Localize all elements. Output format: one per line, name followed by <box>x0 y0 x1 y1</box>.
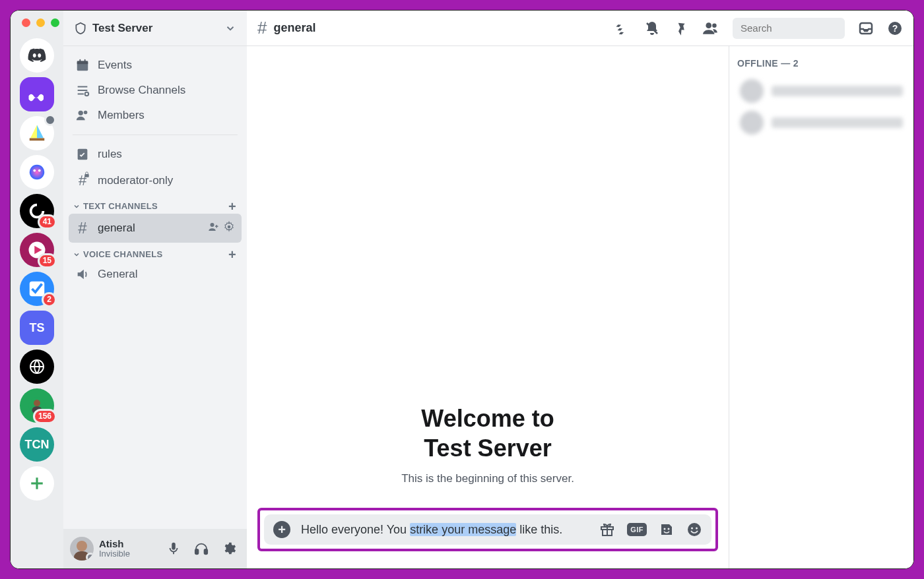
gift-button[interactable] <box>599 522 615 537</box>
server-header[interactable]: Test Server <box>63 11 247 46</box>
notifications-button[interactable] <box>644 20 660 36</box>
mute-mic-button[interactable] <box>162 537 185 560</box>
members-offline-header: OFFLINE — 2 <box>737 58 906 69</box>
pinned-messages-button[interactable] <box>673 20 689 36</box>
svg-point-27 <box>77 541 87 551</box>
notification-badge: 15 <box>38 253 57 268</box>
guild-g4[interactable]: 41 <box>20 194 54 228</box>
svg-rect-24 <box>84 174 88 177</box>
search-box[interactable] <box>733 18 845 39</box>
add-text-channel-button[interactable]: + <box>228 202 236 210</box>
welcome-title: Welcome to Test Server <box>421 404 554 463</box>
guild-g8[interactable] <box>20 350 54 384</box>
member-list: OFFLINE — 2 <box>729 46 913 568</box>
help-button[interactable]: ? <box>887 20 903 36</box>
channel-label: Members <box>98 109 145 122</box>
user-panel: Atish Invisible <box>63 529 247 568</box>
emoji-button[interactable] <box>686 522 702 537</box>
member-row[interactable] <box>737 75 906 107</box>
invite-icon[interactable] <box>207 221 219 236</box>
user-settings-button[interactable] <box>218 537 240 560</box>
guild-g6[interactable]: 2 <box>20 272 54 306</box>
channel-settings-icon[interactable] <box>223 221 235 236</box>
svg-rect-29 <box>195 549 199 554</box>
member-avatar <box>740 111 764 135</box>
search-input[interactable] <box>739 22 867 34</box>
guild-rail: 41152TS156TCN <box>11 11 63 568</box>
svg-point-2 <box>30 165 45 180</box>
guild-g5[interactable]: 15 <box>20 233 54 267</box>
text-channel-general[interactable]: #general <box>69 214 242 243</box>
close-window-button[interactable] <box>22 18 30 27</box>
guild-g2[interactable] <box>20 116 54 150</box>
text-channels-header[interactable]: TEXT CHANNELS + <box>69 195 242 214</box>
svg-point-25 <box>211 223 214 227</box>
channel-label: rules <box>98 148 122 161</box>
guild-home[interactable] <box>20 38 54 73</box>
member-row[interactable] <box>737 107 906 138</box>
notification-badge: 2 <box>42 292 57 307</box>
guild-g1[interactable] <box>20 77 54 111</box>
user-name: Atish <box>99 539 157 549</box>
sticker-button[interactable] <box>659 522 675 537</box>
channel-label: moderator-only <box>98 174 173 187</box>
svg-point-43 <box>688 523 701 536</box>
member-avatar <box>740 79 764 103</box>
member-list-button[interactable] <box>702 20 719 37</box>
gif-button[interactable]: GIF <box>627 522 647 537</box>
composer-highlight: + Hello everyone! You strike your messag… <box>247 508 729 568</box>
member-name <box>772 86 903 96</box>
sidebar-item-members[interactable]: Members <box>69 103 242 128</box>
content-row: Welcome to Test Server This is the begin… <box>247 46 913 568</box>
muted-indicator-icon <box>44 114 56 126</box>
composer-text[interactable]: Hello everyone! You strike your message … <box>301 523 589 537</box>
minimize-window-button[interactable] <box>36 18 45 27</box>
threads-button[interactable] <box>615 20 631 36</box>
sidebar-item-events[interactable]: Events <box>69 53 242 78</box>
svg-point-20 <box>85 92 89 96</box>
svg-point-42 <box>668 528 670 530</box>
chat-pane: Welcome to Test Server This is the begin… <box>247 46 729 568</box>
voice-channel-general[interactable]: General <box>69 262 242 287</box>
selected-text: strike your message <box>410 523 516 536</box>
calendar-icon <box>75 58 90 73</box>
guild-g10[interactable]: TCN <box>20 427 54 462</box>
channel-label: Browse Channels <box>98 84 185 97</box>
svg-point-22 <box>84 111 87 115</box>
user-status: Invisible <box>99 549 157 559</box>
chevron-down-icon <box>224 22 236 34</box>
add-server-button[interactable] <box>20 466 54 501</box>
svg-rect-0 <box>30 138 45 141</box>
add-voice-channel-button[interactable]: + <box>228 251 236 259</box>
message-composer[interactable]: + Hello everyone! You strike your messag… <box>264 514 711 545</box>
guild-g7[interactable]: TS <box>20 311 54 345</box>
inbox-button[interactable] <box>858 20 874 36</box>
main-area: general ? Welcome to Test Serve <box>247 11 913 568</box>
svg-point-4 <box>38 169 41 172</box>
maximize-window-button[interactable] <box>51 18 59 27</box>
channel-moderator-only[interactable]: #moderator-only <box>69 167 242 195</box>
chevron-down-icon <box>73 202 81 210</box>
channel-rules[interactable]: rules <box>69 142 242 167</box>
welcome-block: Welcome to Test Server This is the begin… <box>247 46 729 508</box>
hash-lock-icon: # <box>75 172 90 189</box>
svg-rect-15 <box>79 59 81 63</box>
server-boost-icon <box>74 22 87 35</box>
members-icon <box>75 108 90 123</box>
rules-icon <box>75 147 90 162</box>
channel-sidebar: Test Server EventsBrowse ChannelsMembers… <box>63 11 247 568</box>
notification-badge: 156 <box>33 409 57 424</box>
guild-g9[interactable]: 156 <box>20 388 54 423</box>
user-info[interactable]: Atish Invisible <box>99 539 157 559</box>
hash-icon <box>257 18 267 38</box>
channel-label: general <box>98 222 135 235</box>
attach-button[interactable]: + <box>273 521 290 538</box>
deafen-button[interactable] <box>190 537 213 560</box>
sidebar-item-browse-channels[interactable]: Browse Channels <box>69 78 242 103</box>
svg-point-45 <box>696 528 698 530</box>
voice-channels-header[interactable]: VOICE CHANNELS + <box>69 243 242 262</box>
user-avatar[interactable] <box>70 537 94 561</box>
divider <box>73 135 238 135</box>
channel-label: Events <box>98 59 132 72</box>
guild-g3[interactable] <box>20 155 54 189</box>
